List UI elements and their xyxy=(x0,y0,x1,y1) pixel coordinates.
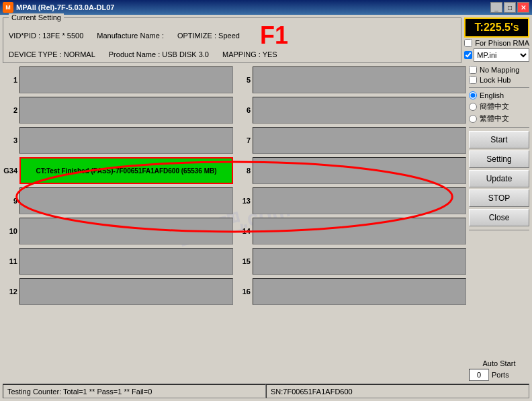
traditional-radio-row: 繁體中文 xyxy=(469,114,529,124)
slot-row-5: 5 xyxy=(236,66,466,94)
lock-hub-row: Lock Hub xyxy=(469,76,529,84)
mapping-value: YES xyxy=(263,50,277,58)
slot-box-7[interactable] xyxy=(253,127,466,154)
auto-start-input[interactable] xyxy=(469,369,489,381)
mp-ini-select[interactable]: MP.ini xyxy=(474,48,529,62)
slot-box-g34[interactable]: CT:Test Finished (PASS)-7F00651FA1AFD600… xyxy=(19,157,233,184)
close-button[interactable]: Close xyxy=(469,209,529,226)
slot-label-13: 13 xyxy=(236,197,251,205)
title-bar: M MPAll (Rel)-7F-5.03.0A-DL07 _ □ ✕ xyxy=(0,0,532,15)
slot-row-13: 13 xyxy=(236,187,466,215)
slot-row-g34: G34 CT:Test Finished (PASS)-7F00651FA1AF… xyxy=(3,157,233,185)
english-label: English xyxy=(480,91,504,99)
slot-box-2[interactable] xyxy=(19,97,233,124)
vidpid-value: 13FE * 5500 xyxy=(42,32,83,40)
right-sidebar: No Mapping Lock Hub English 簡體中文 繁體中文 St… xyxy=(469,66,529,381)
slot-box-9[interactable] xyxy=(19,187,233,214)
minimize-button[interactable]: _ xyxy=(490,2,502,13)
slot-label-g34: G34 xyxy=(3,167,17,175)
slot-label-6: 6 xyxy=(236,106,251,114)
right-slot-column: 5 6 7 8 xyxy=(236,66,466,381)
no-mapping-checkbox[interactable] xyxy=(469,66,477,74)
start-button[interactable]: Start xyxy=(469,131,529,148)
current-setting-panel: Current Setting VID*PID : 13FE * 5500 Ma… xyxy=(3,17,461,63)
traditional-radio[interactable] xyxy=(469,115,477,123)
simplified-radio-row: 簡體中文 xyxy=(469,101,529,112)
close-window-button[interactable]: ✕ xyxy=(517,2,529,13)
device-label: DEVICE TYPE : xyxy=(9,50,62,58)
slot-box-6[interactable] xyxy=(253,97,466,124)
slot-row-1: 1 xyxy=(3,66,233,94)
slot-box-10[interactable] xyxy=(19,218,233,244)
slot-row-16: 16 xyxy=(236,277,466,306)
top-section: Current Setting VID*PID : 13FE * 5500 Ma… xyxy=(3,17,529,63)
simplified-radio[interactable] xyxy=(469,103,477,111)
no-mapping-label: No Mapping xyxy=(480,66,519,74)
maximize-button[interactable]: □ xyxy=(504,2,516,13)
top-right-area: T:225.5's For Phison RMA MP.ini xyxy=(464,17,529,63)
mapping-item: MAPPING : YES xyxy=(222,50,277,58)
slot-label-16: 16 xyxy=(236,287,251,296)
slot-box-11[interactable] xyxy=(19,248,233,275)
slot-row-11: 11 xyxy=(3,247,233,275)
manufacture-item: Manufacture Name : xyxy=(97,32,164,40)
device-value: NORMAL xyxy=(64,50,95,58)
stop-button[interactable]: STOP xyxy=(469,189,529,207)
slot-box-14[interactable] xyxy=(253,218,466,244)
ports-label: Ports xyxy=(492,371,509,379)
slot-row-7: 7 xyxy=(236,126,466,154)
slot-box-15[interactable] xyxy=(253,248,466,275)
slot-label-1: 1 xyxy=(3,76,17,84)
mp-ini-row: MP.ini xyxy=(464,48,529,62)
for-phison-checkbox[interactable] xyxy=(464,39,472,47)
f1-label: F1 xyxy=(260,24,288,48)
slot-label-2: 2 xyxy=(3,106,17,114)
slot-box-8[interactable] xyxy=(253,157,466,184)
product-label: Product Name : xyxy=(109,50,160,58)
slot-box-5[interactable] xyxy=(253,66,466,93)
product-item: Product Name : USB DISK 3.0 xyxy=(109,50,209,58)
main-window: Current Setting VID*PID : 13FE * 5500 Ma… xyxy=(0,15,532,401)
english-radio[interactable] xyxy=(469,91,477,99)
timer-display: T:225.5's xyxy=(464,17,529,38)
device-type-item: DEVICE TYPE : NORMAL xyxy=(9,50,95,58)
status-right: SN:7F00651FA1AFD600 xyxy=(266,384,529,398)
slot-row-6: 6 xyxy=(236,96,466,124)
update-button[interactable]: Update xyxy=(469,170,529,187)
optimize-label: OPTIMIZE : xyxy=(177,32,216,40)
slot-box-12[interactable] xyxy=(19,278,233,305)
vidpid-item: VID*PID : 13FE * 5500 xyxy=(9,32,83,40)
slot-row-2: 2 xyxy=(3,96,233,124)
slot-label-11: 11 xyxy=(3,257,17,265)
setting-button[interactable]: Setting xyxy=(469,150,529,168)
slot-box-13[interactable] xyxy=(253,187,466,214)
mp-ini-checkbox[interactable] xyxy=(464,51,472,59)
app-icon: M xyxy=(3,2,13,13)
for-phison-row: For Phison RMA xyxy=(464,39,529,47)
optimize-item: OPTIMIZE : Speed xyxy=(177,32,240,40)
slots-container: 量产吧.com 1 2 3 xyxy=(3,66,466,381)
for-phison-label: For Phison RMA xyxy=(475,39,529,47)
simplified-label: 簡體中文 xyxy=(480,101,509,112)
auto-start-row: Ports xyxy=(469,369,529,381)
slot-label-3: 3 xyxy=(3,136,17,144)
slot-box-3[interactable] xyxy=(19,127,233,154)
slot-label-8: 8 xyxy=(236,167,251,175)
slot-box-1[interactable] xyxy=(19,66,233,93)
lock-hub-checkbox[interactable] xyxy=(469,76,477,84)
slot-label-5: 5 xyxy=(236,76,251,84)
slot-row-14: 14 xyxy=(236,217,466,245)
slot-row-10: 10 xyxy=(3,217,233,245)
product-value: USB DISK 3.0 xyxy=(162,50,209,58)
english-radio-row: English xyxy=(469,91,529,99)
mapping-label: MAPPING : xyxy=(222,50,261,58)
status-left: Testing Counter: Total=1 ** Pass=1 ** Fa… xyxy=(3,384,266,398)
slot-row-3: 3 xyxy=(3,126,233,154)
window-title: MPAll (Rel)-7F-5.03.0A-DL07 xyxy=(16,3,115,11)
status-bar: Testing Counter: Total=1 ** Pass=1 ** Fa… xyxy=(3,384,529,398)
slot-box-16[interactable] xyxy=(253,278,466,305)
slot-label-14: 14 xyxy=(236,227,251,235)
setting-row-1: VID*PID : 13FE * 5500 Manufacture Name :… xyxy=(9,24,455,48)
slot-row-12: 12 xyxy=(3,277,233,306)
optimize-value: Speed xyxy=(218,32,240,40)
